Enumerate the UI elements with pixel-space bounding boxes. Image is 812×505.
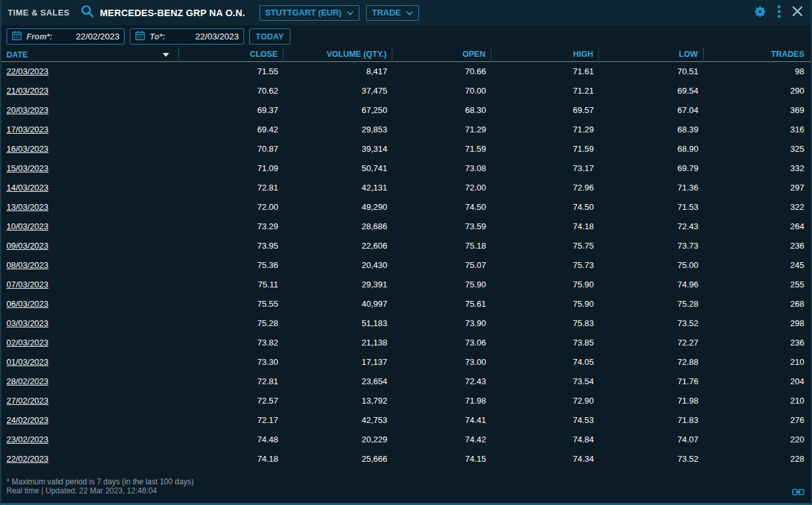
table-row: 08/03/202375.3620,43075.0775.7375.00245 (1, 256, 811, 275)
low-cell: 75.28 (599, 294, 704, 314)
trades-cell: 245 (704, 256, 811, 275)
open-cell: 74.41 (392, 411, 491, 430)
calendar-icon[interactable] (135, 30, 145, 43)
high-cell: 73.85 (491, 333, 599, 353)
open-cell: 70.66 (392, 62, 491, 81)
date-link[interactable]: 09/03/2023 (6, 241, 48, 251)
date-link[interactable]: 06/03/2023 (6, 299, 48, 309)
trades-cell: 332 (704, 159, 811, 178)
date-link[interactable]: 13/03/2023 (6, 202, 48, 212)
date-link[interactable]: 20/03/2023 (6, 105, 48, 115)
settings-gear-icon[interactable] (754, 5, 766, 20)
trades-cell: 255 (704, 275, 811, 294)
date-link[interactable]: 17/03/2023 (6, 125, 48, 134)
date-link[interactable]: 02/03/2023 (6, 338, 48, 347)
venue-dropdown-label: STUTTGART (EUR) (265, 8, 341, 17)
volume-cell: 22,606 (283, 236, 392, 256)
date-link[interactable]: 22/02/2023 (6, 454, 48, 464)
trades-cell: 297 (704, 178, 811, 198)
channel-link-icon[interactable] (792, 488, 804, 499)
volume-cell: 42,131 (283, 178, 392, 198)
date-link[interactable]: 23/02/2023 (6, 435, 48, 444)
low-cell: 70.51 (599, 62, 704, 81)
date-link[interactable]: 28/02/2023 (6, 376, 48, 386)
low-cell: 69.79 (599, 159, 704, 178)
high-cell: 71.29 (491, 120, 599, 139)
open-cell: 71.29 (392, 120, 491, 139)
volume-cell: 51,183 (283, 314, 392, 333)
date-link[interactable]: 03/03/2023 (6, 318, 48, 328)
date-cell: 16/03/2023 (1, 139, 179, 159)
low-cell: 72.43 (599, 217, 704, 236)
high-cell: 75.83 (491, 314, 599, 333)
trade-dropdown-label: TRADE (372, 8, 401, 17)
low-cell: 73.73 (599, 236, 704, 256)
search-icon[interactable] (80, 4, 95, 21)
volume-cell: 20,229 (283, 430, 392, 449)
column-header-high[interactable]: HIGH (491, 48, 599, 62)
time-and-sales-window: TIME & SALES MERCEDES-BENZ GRP NA O.N. S… (0, 0, 812, 505)
column-header-close[interactable]: CLOSE (179, 48, 283, 62)
low-cell: 71.98 (599, 391, 704, 411)
date-link[interactable]: 08/03/2023 (6, 260, 48, 270)
volume-cell: 21,138 (283, 333, 392, 353)
more-options-kebab-icon[interactable] (777, 5, 781, 21)
chevron-down-icon (406, 8, 413, 17)
date-link[interactable]: 22/03/2023 (6, 67, 48, 76)
high-cell: 71.21 (491, 81, 599, 101)
table-row: 27/02/202372.5713,79271.9872.9071.98210 (1, 391, 811, 411)
date-link[interactable]: 27/02/2023 (6, 396, 48, 406)
low-cell: 68.39 (599, 120, 704, 139)
trades-cell: 264 (704, 217, 811, 236)
date-cell: 01/03/2023 (1, 353, 179, 372)
date-cell: 07/03/2023 (1, 275, 179, 294)
volume-cell: 67,250 (283, 101, 392, 120)
date-cell: 13/03/2023 (1, 198, 179, 217)
volume-cell: 8,417 (283, 62, 392, 81)
to-value[interactable]: 22/03/2023 (195, 32, 239, 41)
from-value[interactable]: 22/02/2023 (76, 32, 119, 41)
date-link[interactable]: 14/03/2023 (6, 183, 48, 192)
calendar-icon[interactable] (12, 30, 22, 43)
volume-cell: 28,686 (283, 217, 392, 236)
close-cell: 74.48 (179, 430, 283, 449)
date-cell: 02/03/2023 (1, 333, 179, 353)
date-link[interactable]: 10/03/2023 (6, 222, 48, 231)
close-icon[interactable] (792, 6, 803, 19)
app-title: TIME & SALES (8, 8, 70, 17)
trades-cell: 322 (704, 198, 811, 217)
trades-cell: 268 (704, 294, 811, 314)
table-row: 17/03/202369.4229,85371.2971.2968.39316 (1, 120, 811, 139)
to-date-field[interactable]: To*: 22/03/2023 (130, 28, 244, 45)
date-cell: 22/03/2023 (1, 62, 179, 81)
from-date-field[interactable]: From*: 22/02/2023 (6, 28, 125, 45)
close-cell: 69.37 (179, 101, 283, 120)
today-button[interactable]: TODAY (249, 28, 290, 45)
trade-dropdown[interactable]: TRADE (366, 5, 419, 21)
column-header-open[interactable]: OPEN (392, 48, 491, 62)
column-header-volume[interactable]: VOLUME (QTY.) (283, 48, 392, 62)
open-cell: 74.50 (392, 198, 491, 217)
date-link[interactable]: 07/03/2023 (6, 280, 48, 289)
date-cell: 23/02/2023 (1, 430, 179, 449)
column-header-date[interactable]: DATE (1, 48, 179, 62)
date-link[interactable]: 01/03/2023 (6, 357, 48, 367)
high-cell: 74.34 (491, 449, 599, 469)
column-header-trades[interactable]: TRADES (704, 48, 811, 62)
table-row: 22/03/202371.558,41770.6671.6170.5198 (1, 62, 811, 81)
trades-cell: 228 (704, 449, 811, 469)
column-header-date-label: DATE (6, 48, 28, 62)
open-cell: 75.61 (392, 294, 491, 314)
trades-cell: 316 (704, 120, 811, 139)
venue-dropdown[interactable]: STUTTGART (EUR) (259, 5, 360, 21)
table-body: 22/03/202371.558,41770.6671.6170.519821/… (1, 62, 811, 469)
date-link[interactable]: 21/03/2023 (6, 86, 48, 96)
table-row: 07/03/202375.1129,39175.9075.9074.96255 (1, 275, 811, 294)
sort-descending-icon[interactable] (163, 53, 169, 57)
column-header-low[interactable]: LOW (599, 48, 704, 62)
date-link[interactable]: 15/03/2023 (6, 163, 48, 173)
table-row: 24/02/202372.1742,75374.4174.5371.83276 (1, 411, 811, 430)
date-link[interactable]: 24/02/2023 (6, 415, 48, 425)
close-cell: 73.29 (179, 217, 283, 236)
date-link[interactable]: 16/03/2023 (6, 144, 48, 154)
